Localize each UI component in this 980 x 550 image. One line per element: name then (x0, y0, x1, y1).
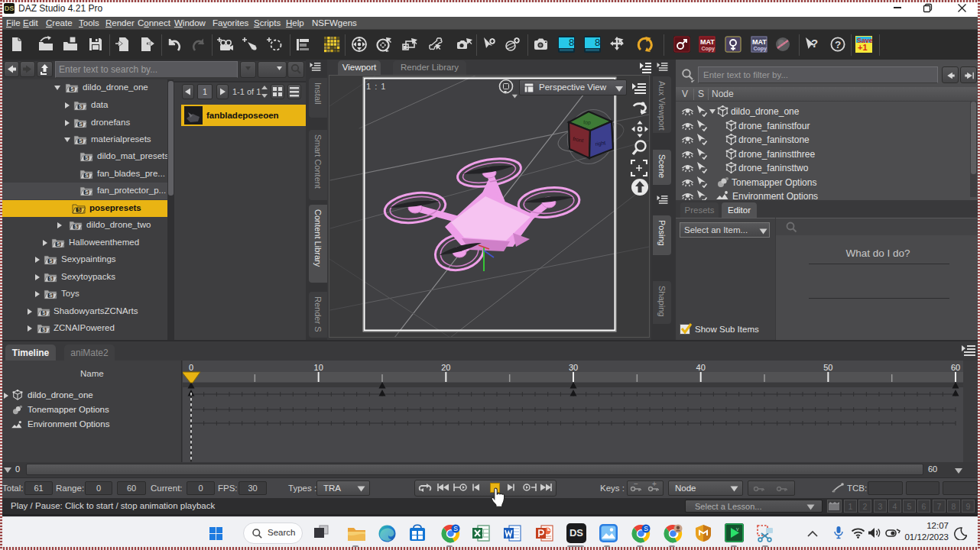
svg-text:S: S (79, 104, 83, 109)
svg-text:MAT: MAT (700, 38, 715, 46)
svg-text:S: S (85, 173, 89, 178)
svg-text:+1: +1 (858, 43, 868, 52)
svg-text:S: S (74, 224, 78, 229)
svg-text:Copy: Copy (702, 46, 716, 52)
svg-text:8: 8 (569, 37, 574, 48)
svg-text:S: S (70, 86, 74, 92)
svg-text:S: S (85, 189, 89, 195)
svg-text:50: 50 (823, 363, 832, 372)
svg-text:S: S (79, 121, 83, 127)
svg-text:?: ? (811, 37, 818, 50)
svg-text:8: 8 (595, 37, 600, 48)
svg-text:S: S (79, 138, 83, 144)
svg-text:?: ? (835, 39, 841, 50)
svg-text:S: S (453, 525, 458, 532)
svg-text:S: S (49, 293, 53, 298)
svg-text:S: S (77, 207, 81, 212)
svg-text:S: S (57, 241, 60, 247)
svg-text:S: S (49, 258, 53, 264)
svg-text:S: S (49, 276, 53, 281)
svg-text:60: 60 (951, 363, 960, 372)
svg-text:Copy: Copy (754, 46, 767, 52)
svg-text:S: S (85, 155, 89, 160)
svg-text:S: S (42, 327, 46, 332)
svg-text:20: 20 (441, 363, 450, 372)
svg-text:S: S (42, 310, 46, 315)
svg-text:30: 30 (569, 363, 578, 372)
svg-text:10: 10 (314, 363, 323, 372)
svg-text:S: S (644, 525, 648, 532)
svg-text:MAT: MAT (752, 38, 767, 46)
svg-text:0: 0 (189, 363, 193, 372)
svg-text:40: 40 (696, 363, 706, 372)
